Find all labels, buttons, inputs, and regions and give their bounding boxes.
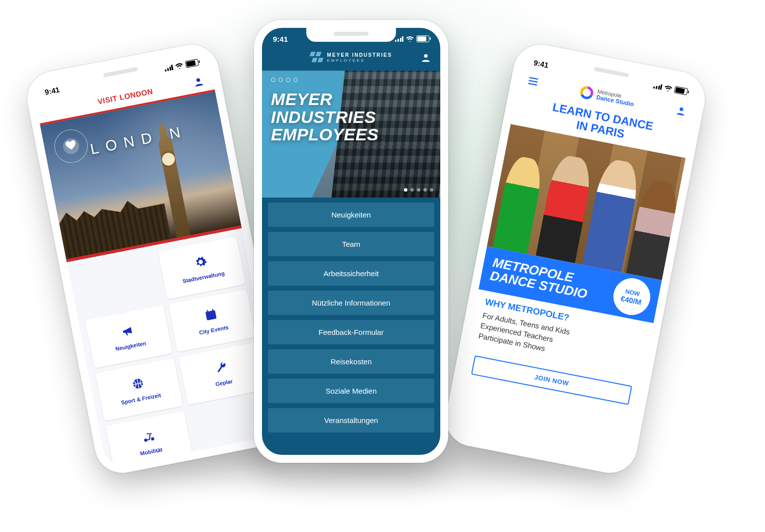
cellular-icon (164, 64, 173, 71)
tile-label: Mobilität (136, 446, 165, 457)
hero-title: MEYER INDUSTRIES EMPLOYEES (271, 91, 379, 144)
battery-icon (674, 86, 688, 96)
menu-item-team[interactable]: Team (268, 232, 434, 256)
menu-item-reisekosten[interactable]: Reisekosten (268, 349, 434, 374)
megaphone-icon (120, 323, 135, 340)
app-header: MEYER INDUSTRIES EMPLOYEES (262, 50, 440, 69)
menu-item-arbeitssicherheit[interactable]: Arbeitssicherheit (268, 261, 434, 286)
tile-geplant[interactable]: Geplar (178, 342, 266, 405)
tile-stadtverwaltung[interactable]: Stadtverwaltung (158, 236, 246, 300)
svg-point-0 (196, 78, 201, 83)
hero-banner: MEYER INDUSTRIES EMPLOYEES (262, 71, 440, 198)
love-london-badge (51, 126, 92, 167)
battery-icon (185, 59, 199, 68)
status-icons (653, 82, 688, 96)
tile-neuigkeiten[interactable]: Neuigkeiten (85, 305, 173, 368)
brand-text: Metropole Dance Studio (596, 89, 636, 108)
status-time: 9:41 (44, 85, 60, 96)
tile-label: Stadtverwaltung (179, 270, 228, 285)
status-time: 9:41 (533, 58, 549, 69)
menu-item-nuetzliche-informationen[interactable]: Nützliche Informationen (268, 291, 434, 315)
status-icons (164, 59, 199, 72)
phone-dance-studio: 9:41 Metropole Dance Studio (441, 40, 709, 477)
svg-point-11 (424, 54, 427, 58)
status-icons (395, 35, 429, 42)
svg-point-10 (679, 107, 684, 111)
calendar-icon (203, 307, 219, 324)
wifi-icon (175, 62, 184, 70)
menu-item-veranstaltungen[interactable]: Veranstaltungen (268, 408, 434, 432)
wifi-icon (664, 85, 673, 92)
menu-item-feedback-formular[interactable]: Feedback-Formular (268, 320, 434, 344)
main-menu: Neuigkeiten Team Arbeitssicherheit Nützl… (262, 203, 440, 440)
gear-icon (193, 254, 209, 271)
tile-label: Geplar (212, 377, 236, 388)
tile-label: City Events (196, 323, 232, 336)
carousel-pager[interactable] (404, 188, 433, 192)
menu-item-soziale-medien[interactable]: Soziale Medien (268, 379, 434, 403)
svg-point-9 (151, 437, 155, 441)
cellular-icon (653, 83, 662, 90)
menu-item-neuigkeiten[interactable]: Neuigkeiten (268, 203, 434, 227)
profile-icon[interactable] (675, 105, 688, 117)
category-grid: Stadtverwaltung Neuigkeiten City Events … (67, 228, 282, 468)
wrench-icon (214, 360, 229, 377)
phone-meyer-industries: 9:41 MEYER INDUSTRIES EMPLOYEES (254, 20, 448, 463)
scooter-icon (141, 429, 156, 446)
hero-decor-dots (271, 78, 298, 82)
phone-visit-london: 9:41 VISIT LONDON (22, 40, 291, 477)
tile-label: Neuigkeiten (112, 339, 149, 352)
brand-text: MEYER INDUSTRIES EMPLOYEES (327, 52, 392, 63)
basketball-icon (130, 376, 146, 393)
tile-label: Sport & Freizeit (118, 391, 164, 406)
tile-sport-freizeit[interactable]: Sport & Freizeit (96, 358, 183, 421)
logo-icon (579, 85, 594, 100)
brand: MEYER INDUSTRIES EMPLOYEES (282, 52, 420, 64)
status-time: 9:41 (273, 35, 288, 43)
profile-icon[interactable] (420, 52, 431, 63)
tile-mobilitaet[interactable]: Mobilität (106, 411, 193, 468)
profile-icon[interactable] (192, 76, 205, 89)
phone-notch (306, 28, 396, 42)
cellular-icon (395, 36, 403, 42)
battery-icon (416, 35, 429, 42)
tile-city-events[interactable]: City Events (168, 289, 256, 352)
wifi-icon (406, 36, 414, 42)
logo-icon (310, 52, 322, 64)
